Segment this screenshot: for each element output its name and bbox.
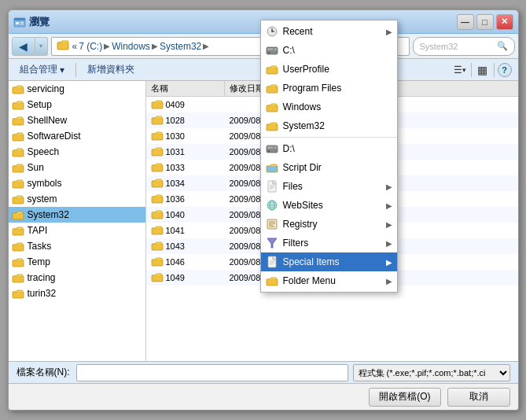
organize-button[interactable]: 組合管理 ▾ (15, 61, 69, 78)
menu-label-recent: Recent (283, 26, 381, 37)
folder-name: SoftwareDist (28, 131, 81, 142)
menu-label-special-items: Special Items (283, 256, 381, 267)
menu-submenu-arrow: ▶ (386, 182, 392, 191)
menu-item-special-items[interactable]: Special Items ▶ (261, 252, 397, 271)
filetype-select[interactable]: 程式集 (*.exe;*.pif;*.com;*.bat;*.ci (353, 364, 510, 381)
folder-icon (12, 98, 24, 111)
folder-tree-item[interactable]: Tasks (9, 238, 145, 254)
menu-icon-registry (266, 218, 278, 230)
menu-item-c-drive[interactable]: C:\ (261, 41, 397, 60)
menu-item-folder-menu[interactable]: Folder Menu ▶ (261, 271, 397, 290)
menu-item-windows[interactable]: Windows (261, 98, 397, 116)
folder-name: turin32 (28, 288, 57, 299)
search-icon[interactable]: 🔍 (497, 41, 508, 51)
menu-label-user-profile: UserProfile (283, 64, 392, 75)
svg-rect-29 (152, 244, 163, 250)
svg-rect-18 (13, 276, 24, 282)
new-folder-button[interactable]: 新增資料夾 (83, 61, 139, 78)
minimize-button[interactable]: — (457, 14, 474, 30)
folder-tree-item[interactable]: system (9, 191, 145, 207)
new-folder-label: 新增資料夾 (87, 63, 134, 76)
breadcrumb-part1[interactable]: « (72, 41, 78, 52)
back-button[interactable]: ◀ (12, 37, 35, 56)
folder-tree-item[interactable]: TAPI (9, 223, 145, 238)
menu-divider (261, 137, 397, 138)
menu-label-program-files: Program Files (283, 83, 392, 94)
folder-name: ShellNew (28, 115, 68, 126)
button-bar: 開啟舊檔(O) 取消 (9, 383, 518, 410)
folder-tree-item[interactable]: tracing (9, 270, 145, 286)
file-folder-icon (151, 176, 164, 190)
svg-point-35 (271, 31, 273, 32)
svg-rect-38 (268, 52, 270, 53)
view-toggle-button[interactable]: ☰ ▾ (452, 62, 468, 78)
folder-tree-item[interactable]: Speech (9, 144, 145, 160)
open-button[interactable]: 開啟舊檔(O) (369, 388, 440, 407)
file-cell-name: 1040 (146, 207, 225, 223)
menu-item-recent[interactable]: Recent ▶ (261, 22, 397, 41)
main-window: 瀏覽 — □ ✕ ◀ ▾ « 7 (C:) ▶ W (8, 9, 519, 411)
folder-icon (12, 146, 24, 158)
svg-point-40 (273, 49, 274, 50)
folder-tree-item[interactable]: turin32 (9, 286, 145, 301)
svg-rect-10 (13, 150, 24, 157)
svg-marker-65 (267, 238, 277, 248)
search-box[interactable]: System32 🔍 (413, 37, 515, 56)
filename-input[interactable] (76, 364, 348, 381)
menu-item-filters[interactable]: Filters ▶ (261, 234, 397, 252)
help-button[interactable]: ? (498, 63, 512, 77)
folder-name: symbols (28, 178, 62, 189)
svg-rect-37 (267, 48, 277, 50)
file-cell-name: 1028 (146, 112, 225, 128)
svg-rect-42 (267, 87, 278, 93)
folder-icon (12, 287, 24, 300)
folder-tree-item[interactable]: Sun (9, 160, 145, 175)
svg-rect-47 (268, 150, 270, 152)
breadcrumb-7c[interactable]: 7 (C:) (79, 41, 102, 52)
close-button[interactable]: ✕ (496, 14, 513, 30)
folder-name: system (28, 193, 57, 204)
folder-tree-item[interactable]: ShellNew (9, 112, 145, 128)
folder-tree-item[interactable]: servicing (9, 81, 145, 97)
svg-rect-13 (13, 197, 24, 204)
svg-rect-66 (268, 256, 276, 267)
organize-label: 組合管理 (20, 63, 57, 76)
menu-item-user-profile[interactable]: UserProfile (261, 60, 397, 79)
menu-item-files[interactable]: Files ▶ (261, 177, 397, 196)
folder-tree-item[interactable]: symbols (9, 175, 145, 191)
menu-item-d-drive[interactable]: D:\ (261, 139, 397, 158)
folder-name: Tasks (28, 241, 52, 252)
menu-item-script-dir[interactable]: Script Dir (261, 158, 397, 177)
forward-button[interactable]: ▾ (35, 37, 48, 56)
file-folder-icon (151, 145, 164, 159)
file-cell-name: 1046 (146, 254, 225, 270)
menu-label-files: Files (283, 181, 381, 192)
folder-tree-item[interactable]: System32 (9, 207, 145, 223)
menu-item-websites[interactable]: WebSites ▶ (261, 196, 397, 215)
menu-icon-program-files (266, 82, 278, 94)
cancel-button[interactable]: 取消 (447, 388, 510, 407)
breadcrumb-system32[interactable]: System32 (160, 41, 201, 52)
menu-item-program-files[interactable]: Program Files (261, 79, 397, 98)
folder-tree-item[interactable]: SoftwareDist (9, 128, 145, 144)
svg-rect-51 (268, 181, 276, 192)
file-cell-name: 1033 (146, 160, 225, 175)
svg-rect-2 (16, 22, 19, 24)
preview-button[interactable]: ▦ (475, 62, 491, 78)
folder-tree-item[interactable]: Setup (9, 97, 145, 112)
svg-rect-15 (13, 229, 24, 235)
breadcrumb-icon (57, 39, 69, 53)
menu-icon-user-profile (266, 63, 278, 76)
menu-icon-folder-menu (266, 274, 278, 287)
menu-item-registry[interactable]: Registry ▶ (261, 215, 397, 234)
svg-rect-12 (13, 182, 24, 188)
menu-item-system32[interactable]: System32 (261, 116, 397, 135)
maximize-button[interactable]: □ (476, 14, 494, 30)
breadcrumb-windows[interactable]: Windows (112, 41, 150, 52)
view-arrow: ▾ (462, 66, 466, 74)
svg-rect-9 (13, 134, 24, 141)
folder-icon (12, 256, 24, 268)
folder-tree-item[interactable]: Temp (9, 254, 145, 270)
back-icon: ◀ (19, 40, 28, 53)
column-header-name[interactable]: 名稱 (146, 81, 225, 96)
